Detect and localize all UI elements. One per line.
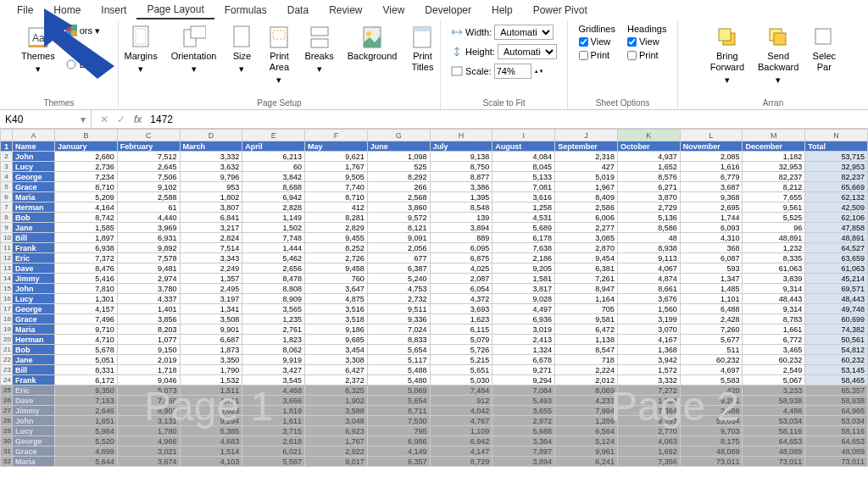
cell[interactable]: 8,729	[430, 457, 492, 467]
cell[interactable]: 5,984	[55, 426, 118, 436]
cell[interactable]: 5,124	[555, 436, 618, 446]
cell[interactable]: 4,440	[117, 213, 180, 223]
cell[interactable]: 64,527	[805, 243, 868, 253]
cell[interactable]: 5,019	[555, 172, 618, 182]
cell[interactable]: 9,481	[117, 263, 180, 274]
tab-developer[interactable]: Developer	[415, 2, 481, 19]
cell[interactable]: 1,324	[492, 345, 555, 355]
cell[interactable]: 8,750	[430, 162, 492, 172]
cell[interactable]: 2,372	[305, 375, 368, 385]
cell[interactable]: 48,089	[805, 446, 868, 457]
tab-data[interactable]: Data	[277, 2, 319, 19]
cell[interactable]: 1,077	[117, 335, 180, 345]
cell[interactable]: 1,823	[242, 335, 305, 345]
cell[interactable]: 1,819	[242, 406, 305, 416]
cell[interactable]: 1,584	[617, 396, 680, 406]
cell[interactable]: 48,443	[743, 294, 805, 304]
cell[interactable]: 58,465	[805, 375, 868, 385]
cell[interactable]: 8,478	[242, 274, 305, 284]
cell[interactable]: 7,506	[117, 172, 180, 182]
name-box[interactable]: K40▾	[0, 110, 92, 128]
cell[interactable]: 6,772	[743, 335, 805, 345]
cell[interactable]: 2,770	[617, 426, 680, 436]
cell[interactable]: 5,416	[55, 274, 118, 284]
cell[interactable]: 1,101	[680, 294, 743, 304]
cell[interactable]: Jane	[13, 355, 55, 365]
cell[interactable]: 5,520	[55, 436, 118, 446]
cell[interactable]: 9,314	[743, 304, 805, 314]
cell[interactable]: 4,164	[55, 202, 118, 213]
enter-icon[interactable]: ✓	[117, 114, 125, 125]
scale-input[interactable]	[494, 64, 531, 79]
cell[interactable]: 5,051	[55, 355, 118, 365]
cell[interactable]: 58,116	[805, 426, 868, 436]
cell[interactable]: 1,873	[180, 345, 242, 355]
cell[interactable]: 42,509	[805, 202, 868, 213]
cell[interactable]: 3,233	[743, 385, 805, 396]
cell[interactable]: 2,019	[117, 355, 180, 365]
cell[interactable]: 9,892	[117, 243, 180, 253]
cell[interactable]: 1,109	[430, 426, 492, 436]
cell[interactable]: 64,965	[805, 406, 868, 416]
cell[interactable]: 5,480	[367, 375, 430, 385]
cell[interactable]: 6,564	[555, 426, 618, 436]
cell[interactable]: 8,331	[55, 365, 118, 375]
cell[interactable]: 2,568	[367, 192, 430, 202]
cell[interactable]: 1,301	[55, 294, 118, 304]
cell[interactable]: 8,252	[305, 243, 368, 253]
cell[interactable]: 48,443	[805, 294, 868, 304]
cell[interactable]: 4,149	[367, 446, 430, 457]
cell[interactable]: 8,292	[367, 172, 430, 182]
cell[interactable]: 3,715	[242, 426, 305, 436]
col-header[interactable]: A	[13, 130, 55, 141]
cell[interactable]: 1,744	[680, 213, 743, 223]
row-header[interactable]: 29	[1, 426, 13, 436]
cell[interactable]: 1,258	[492, 202, 555, 213]
cell[interactable]: 1,444	[242, 243, 305, 253]
cell[interactable]: 64,653	[743, 436, 805, 446]
cell[interactable]: 1,347	[680, 274, 743, 284]
cell[interactable]: 6,095	[430, 243, 492, 253]
cell[interactable]: 953	[180, 182, 242, 192]
row-header[interactable]: 9	[1, 223, 13, 233]
cell[interactable]: 6,054	[430, 284, 492, 294]
cell[interactable]: Frank	[13, 375, 55, 385]
cell[interactable]: 1,611	[242, 416, 305, 426]
cell[interactable]: 2,761	[242, 324, 305, 335]
cell[interactable]: Eric	[13, 385, 55, 396]
cell[interactable]: 6,986	[367, 436, 430, 446]
tab-pagelayout[interactable]: Page Layout	[136, 1, 214, 19]
cell[interactable]: 9,901	[180, 324, 242, 335]
cell[interactable]: 3,817	[492, 284, 555, 294]
headings-print-check[interactable]: Print	[627, 49, 666, 61]
cell[interactable]: 63,659	[805, 253, 868, 263]
cell[interactable]: 7,260	[680, 324, 743, 335]
cell[interactable]: 9,091	[367, 233, 430, 243]
cell[interactable]: 8,023	[180, 406, 242, 416]
cell[interactable]: 2,646	[55, 406, 118, 416]
cell[interactable]: Bill	[13, 233, 55, 243]
row-header[interactable]: 3	[1, 162, 13, 172]
cell[interactable]: Dave	[13, 396, 55, 406]
cell[interactable]: 6,325	[305, 385, 368, 396]
cell[interactable]: 7,512	[117, 152, 180, 162]
cell[interactable]: 3,350	[180, 355, 242, 365]
cell[interactable]: 8,909	[242, 294, 305, 304]
cell[interactable]: 1,368	[617, 345, 680, 355]
cell[interactable]: 60	[242, 162, 305, 172]
cell[interactable]: 9,796	[180, 172, 242, 182]
cell[interactable]: George	[13, 436, 55, 446]
cell[interactable]: 1,790	[180, 365, 242, 375]
cell[interactable]: 9,186	[305, 324, 368, 335]
cell[interactable]: 7,153	[55, 396, 118, 406]
cell[interactable]: 6,271	[617, 182, 680, 192]
spreadsheet-grid[interactable]: Page 1 Page 2 ABCDEFGHIJKLMN1NameJanuary…	[0, 129, 868, 467]
cell[interactable]: 9,294	[180, 416, 242, 426]
cell[interactable]: 8,409	[555, 192, 618, 202]
cell[interactable]: 3,894	[430, 223, 492, 233]
cell[interactable]: 9,271	[492, 365, 555, 375]
cell[interactable]: 73,011	[680, 457, 743, 467]
cell[interactable]: 69,571	[805, 284, 868, 294]
row-header[interactable]: 26	[1, 396, 13, 406]
cell[interactable]: 9,205	[492, 263, 555, 274]
